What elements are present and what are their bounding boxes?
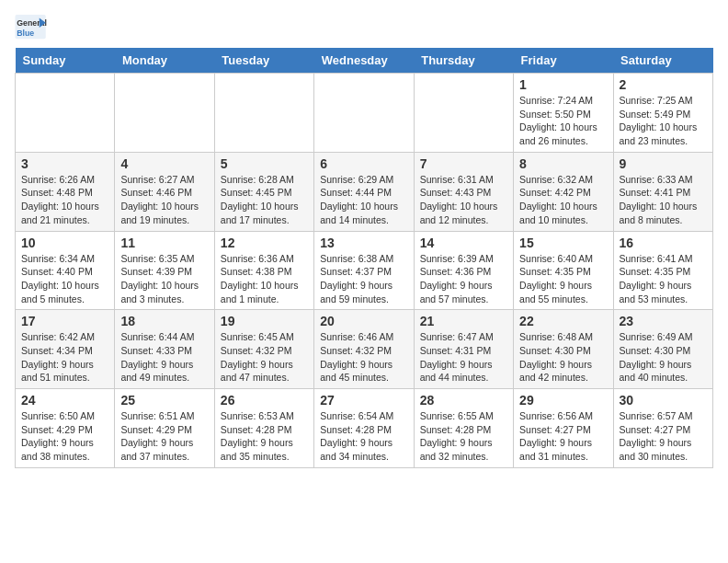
day-info: Sunrise: 6:33 AM Sunset: 4:41 PM Dayligh… [620, 173, 707, 227]
weekday-header-row: SundayMondayTuesdayWednesdayThursdayFrid… [16, 48, 713, 74]
day-number: 19 [221, 314, 308, 328]
calendar-cell: 19Sunrise: 6:45 AM Sunset: 4:32 PM Dayli… [214, 310, 313, 389]
weekday-header-thursday: Thursday [414, 48, 513, 74]
day-number: 8 [519, 156, 607, 171]
day-info: Sunrise: 6:38 AM Sunset: 4:37 PM Dayligh… [320, 252, 407, 306]
calendar-week-row: 10Sunrise: 6:34 AM Sunset: 4:40 PM Dayli… [16, 231, 713, 310]
calendar-cell: 23Sunrise: 6:49 AM Sunset: 4:30 PM Dayli… [613, 310, 712, 389]
day-number: 3 [21, 156, 108, 171]
day-number: 12 [221, 236, 308, 250]
day-info: Sunrise: 6:55 AM Sunset: 4:28 PM Dayligh… [420, 409, 507, 464]
calendar-cell: 15Sunrise: 6:40 AM Sunset: 4:35 PM Dayli… [514, 231, 613, 310]
day-number: 5 [221, 156, 308, 171]
calendar-cell: 18Sunrise: 6:44 AM Sunset: 4:33 PM Dayli… [115, 310, 214, 389]
day-info: Sunrise: 6:26 AM Sunset: 4:48 PM Dayligh… [21, 173, 108, 227]
weekday-header-sunday: Sunday [16, 48, 115, 74]
calendar-cell: 24Sunrise: 6:50 AM Sunset: 4:29 PM Dayli… [16, 389, 115, 468]
day-number: 10 [21, 236, 108, 250]
calendar-cell: 6Sunrise: 6:29 AM Sunset: 4:44 PM Daylig… [314, 152, 414, 231]
calendar-cell: 13Sunrise: 6:38 AM Sunset: 4:37 PM Dayli… [314, 231, 414, 310]
calendar-cell: 11Sunrise: 6:35 AM Sunset: 4:39 PM Dayli… [115, 231, 214, 310]
calendar-week-row: 3Sunrise: 6:26 AM Sunset: 4:48 PM Daylig… [16, 152, 713, 231]
day-info: Sunrise: 6:27 AM Sunset: 4:46 PM Dayligh… [120, 173, 208, 227]
day-info: Sunrise: 6:28 AM Sunset: 4:45 PM Dayligh… [221, 173, 308, 227]
day-number: 14 [420, 236, 507, 250]
day-number: 29 [519, 393, 607, 408]
day-info: Sunrise: 6:57 AM Sunset: 4:27 PM Dayligh… [620, 409, 707, 464]
calendar-cell: 10Sunrise: 6:34 AM Sunset: 4:40 PM Dayli… [16, 231, 115, 310]
day-info: Sunrise: 6:39 AM Sunset: 4:36 PM Dayligh… [420, 252, 507, 306]
day-info: Sunrise: 6:49 AM Sunset: 4:30 PM Dayligh… [620, 330, 707, 385]
calendar-body: 1Sunrise: 7:24 AM Sunset: 5:50 PM Daylig… [16, 74, 713, 468]
day-info: Sunrise: 6:36 AM Sunset: 4:38 PM Dayligh… [221, 252, 308, 306]
calendar-week-row: 17Sunrise: 6:42 AM Sunset: 4:34 PM Dayli… [16, 310, 713, 389]
day-number: 2 [620, 77, 707, 92]
day-number: 28 [420, 393, 507, 408]
calendar-header: SundayMondayTuesdayWednesdayThursdayFrid… [16, 48, 713, 74]
day-number: 17 [21, 314, 108, 328]
calendar-cell: 2Sunrise: 7:25 AM Sunset: 5:49 PM Daylig… [613, 74, 712, 153]
day-info: Sunrise: 6:44 AM Sunset: 4:33 PM Dayligh… [120, 330, 208, 385]
day-number: 13 [320, 236, 407, 250]
day-info: Sunrise: 6:40 AM Sunset: 4:35 PM Dayligh… [519, 252, 607, 306]
day-number: 7 [420, 156, 507, 171]
calendar-cell: 25Sunrise: 6:51 AM Sunset: 4:29 PM Dayli… [115, 389, 214, 468]
calendar-cell: 1Sunrise: 7:24 AM Sunset: 5:50 PM Daylig… [514, 74, 613, 153]
day-number: 30 [620, 393, 707, 408]
day-info: Sunrise: 6:54 AM Sunset: 4:28 PM Dayligh… [320, 409, 407, 464]
day-number: 24 [21, 393, 108, 408]
calendar-cell: 29Sunrise: 6:56 AM Sunset: 4:27 PM Dayli… [514, 389, 613, 468]
calendar-cell [414, 74, 513, 153]
day-info: Sunrise: 6:47 AM Sunset: 4:31 PM Dayligh… [420, 330, 507, 385]
day-number: 15 [519, 236, 607, 250]
calendar-week-row: 1Sunrise: 7:24 AM Sunset: 5:50 PM Daylig… [16, 74, 713, 153]
day-number: 9 [620, 156, 707, 171]
weekday-header-wednesday: Wednesday [314, 48, 414, 74]
day-number: 18 [120, 314, 208, 328]
calendar-cell: 17Sunrise: 6:42 AM Sunset: 4:34 PM Dayli… [16, 310, 115, 389]
day-number: 23 [620, 314, 707, 328]
day-number: 27 [320, 393, 407, 408]
weekday-header-saturday: Saturday [613, 48, 712, 74]
day-number: 4 [120, 156, 208, 171]
day-info: Sunrise: 6:29 AM Sunset: 4:44 PM Dayligh… [320, 173, 407, 227]
day-number: 26 [221, 393, 308, 408]
calendar-week-row: 24Sunrise: 6:50 AM Sunset: 4:29 PM Dayli… [16, 389, 713, 468]
page-header: General Blue [15, 15, 713, 40]
day-info: Sunrise: 6:56 AM Sunset: 4:27 PM Dayligh… [519, 409, 607, 464]
calendar-cell: 14Sunrise: 6:39 AM Sunset: 4:36 PM Dayli… [414, 231, 513, 310]
weekday-header-tuesday: Tuesday [214, 48, 313, 74]
calendar-cell: 21Sunrise: 6:47 AM Sunset: 4:31 PM Dayli… [414, 310, 513, 389]
logo: General Blue [15, 15, 53, 40]
calendar-cell: 5Sunrise: 6:28 AM Sunset: 4:45 PM Daylig… [214, 152, 313, 231]
day-number: 20 [320, 314, 407, 328]
calendar-cell: 26Sunrise: 6:53 AM Sunset: 4:28 PM Dayli… [214, 389, 313, 468]
calendar-cell: 8Sunrise: 6:32 AM Sunset: 4:42 PM Daylig… [514, 152, 613, 231]
calendar-cell: 22Sunrise: 6:48 AM Sunset: 4:30 PM Dayli… [514, 310, 613, 389]
day-info: Sunrise: 6:42 AM Sunset: 4:34 PM Dayligh… [21, 330, 108, 385]
day-info: Sunrise: 6:32 AM Sunset: 4:42 PM Dayligh… [519, 173, 607, 227]
day-info: Sunrise: 6:41 AM Sunset: 4:35 PM Dayligh… [620, 252, 707, 306]
calendar-cell: 3Sunrise: 6:26 AM Sunset: 4:48 PM Daylig… [16, 152, 115, 231]
day-info: Sunrise: 6:35 AM Sunset: 4:39 PM Dayligh… [120, 252, 208, 306]
day-info: Sunrise: 7:25 AM Sunset: 5:49 PM Dayligh… [620, 94, 707, 148]
calendar-cell [115, 74, 214, 153]
calendar-cell: 20Sunrise: 6:46 AM Sunset: 4:32 PM Dayli… [314, 310, 414, 389]
day-number: 25 [120, 393, 208, 408]
day-number: 11 [120, 236, 208, 250]
day-number: 6 [320, 156, 407, 171]
calendar-cell: 30Sunrise: 6:57 AM Sunset: 4:27 PM Dayli… [613, 389, 712, 468]
calendar-cell [314, 74, 414, 153]
day-number: 21 [420, 314, 507, 328]
calendar-cell: 7Sunrise: 6:31 AM Sunset: 4:43 PM Daylig… [414, 152, 513, 231]
calendar-cell: 16Sunrise: 6:41 AM Sunset: 4:35 PM Dayli… [613, 231, 712, 310]
calendar-cell [214, 74, 313, 153]
day-number: 1 [519, 77, 607, 92]
day-info: Sunrise: 7:24 AM Sunset: 5:50 PM Dayligh… [519, 94, 607, 148]
weekday-header-monday: Monday [115, 48, 214, 74]
day-info: Sunrise: 6:31 AM Sunset: 4:43 PM Dayligh… [420, 173, 507, 227]
calendar-cell: 4Sunrise: 6:27 AM Sunset: 4:46 PM Daylig… [115, 152, 214, 231]
weekday-header-friday: Friday [514, 48, 613, 74]
logo-icon: General Blue [15, 15, 48, 40]
day-info: Sunrise: 6:34 AM Sunset: 4:40 PM Dayligh… [21, 252, 108, 306]
